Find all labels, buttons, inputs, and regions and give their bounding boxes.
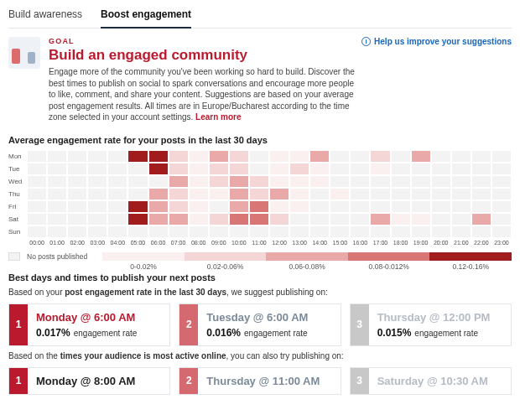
heatmap-cell[interactable]	[309, 175, 330, 188]
heatmap-cell[interactable]	[209, 213, 229, 226]
heatmap-cell[interactable]	[47, 175, 67, 188]
heatmap-cell[interactable]	[471, 175, 491, 188]
heatmap-cell[interactable]	[87, 175, 107, 188]
heatmap-cell[interactable]	[391, 175, 411, 188]
heatmap-cell[interactable]	[391, 163, 411, 175]
heatmap-cell[interactable]	[229, 188, 249, 200]
heatmap-cell[interactable]	[47, 200, 67, 213]
suggestion-card-1[interactable]: 1 Monday @ 6:00 AM 0.017%engagement rate	[8, 303, 170, 346]
heatmap-cell[interactable]	[209, 150, 229, 163]
heatmap-cell[interactable]	[249, 175, 269, 188]
heatmap-cell[interactable]	[67, 188, 87, 200]
heatmap-cell[interactable]	[67, 163, 87, 175]
heatmap-cell[interactable]	[350, 226, 370, 238]
heatmap-cell[interactable]	[431, 150, 451, 163]
heatmap-cell[interactable]	[169, 163, 189, 175]
heatmap-cell[interactable]	[107, 200, 127, 213]
heatmap-cell[interactable]	[269, 200, 289, 213]
heatmap-cell[interactable]	[451, 188, 471, 200]
heatmap-cell[interactable]	[491, 213, 512, 226]
heatmap-cell[interactable]	[229, 200, 249, 213]
heatmap-cell[interactable]	[289, 200, 309, 213]
heatmap-cell[interactable]	[289, 150, 309, 163]
heatmap-cell[interactable]	[269, 175, 289, 188]
heatmap-cell[interactable]	[209, 188, 229, 200]
heatmap-cell[interactable]	[471, 150, 491, 163]
heatmap-cell[interactable]	[47, 188, 67, 200]
heatmap-cell[interactable]	[249, 213, 269, 226]
heatmap-cell[interactable]	[189, 163, 209, 175]
heatmap-cell[interactable]	[411, 175, 431, 188]
heatmap-cell[interactable]	[491, 200, 512, 213]
heatmap-cell[interactable]	[148, 163, 169, 175]
heatmap-cell[interactable]	[370, 200, 390, 213]
heatmap-cell[interactable]	[391, 226, 411, 238]
heatmap-cell[interactable]	[209, 175, 229, 188]
heatmap-cell[interactable]	[249, 150, 269, 163]
heatmap-cell[interactable]	[107, 188, 127, 200]
heatmap-cell[interactable]	[229, 226, 249, 238]
heatmap-cell[interactable]	[169, 200, 189, 213]
heatmap-cell[interactable]	[471, 200, 491, 213]
heatmap-cell[interactable]	[107, 163, 127, 175]
heatmap-cell[interactable]	[491, 188, 512, 200]
heatmap-cell[interactable]	[370, 150, 390, 163]
heatmap-cell[interactable]	[127, 175, 148, 188]
heatmap-cell[interactable]	[127, 226, 148, 238]
heatmap-cell[interactable]	[189, 175, 209, 188]
heatmap-cell[interactable]	[471, 213, 491, 226]
heatmap-cell[interactable]	[127, 213, 148, 226]
heatmap-cell[interactable]	[350, 213, 370, 226]
heatmap-cell[interactable]	[350, 200, 370, 213]
heatmap-cell[interactable]	[67, 175, 87, 188]
heatmap-cell[interactable]	[269, 163, 289, 175]
heatmap-cell[interactable]	[249, 188, 269, 200]
heatmap-cell[interactable]	[47, 163, 67, 175]
heatmap-cell[interactable]	[269, 226, 289, 238]
heatmap-cell[interactable]	[289, 226, 309, 238]
heatmap-cell[interactable]	[209, 226, 229, 238]
heatmap-cell[interactable]	[27, 175, 47, 188]
heatmap-cell[interactable]	[87, 188, 107, 200]
heatmap-cell[interactable]	[249, 226, 269, 238]
tab-build-awareness[interactable]: Build awareness	[8, 3, 82, 28]
heatmap-cell[interactable]	[491, 163, 512, 175]
heatmap-cell[interactable]	[127, 150, 148, 163]
heatmap-cell[interactable]	[67, 200, 87, 213]
heatmap-cell[interactable]	[350, 188, 370, 200]
heatmap-cell[interactable]	[87, 163, 107, 175]
heatmap-cell[interactable]	[471, 163, 491, 175]
heatmap-cell[interactable]	[309, 213, 330, 226]
heatmap-cell[interactable]	[27, 188, 47, 200]
heatmap-cell[interactable]	[87, 213, 107, 226]
heatmap-cell[interactable]	[431, 200, 451, 213]
heatmap-cell[interactable]	[391, 213, 411, 226]
heatmap-cell[interactable]	[289, 175, 309, 188]
heatmap-cell[interactable]	[309, 188, 330, 200]
heatmap-cell[interactable]	[107, 226, 127, 238]
heatmap-cell[interactable]	[471, 226, 491, 238]
heatmap-cell[interactable]	[431, 226, 451, 238]
heatmap-cell[interactable]	[27, 163, 47, 175]
heatmap-cell[interactable]	[391, 150, 411, 163]
heatmap-cell[interactable]	[370, 188, 390, 200]
heatmap-cell[interactable]	[269, 213, 289, 226]
heatmap-cell[interactable]	[107, 175, 127, 188]
heatmap-cell[interactable]	[229, 213, 249, 226]
heatmap-cell[interactable]	[411, 188, 431, 200]
heatmap-cell[interactable]	[330, 150, 350, 163]
active-card-2[interactable]: 2 Thursday @ 11:00 AM	[179, 367, 341, 395]
heatmap-cell[interactable]	[87, 150, 107, 163]
heatmap-cell[interactable]	[87, 200, 107, 213]
heatmap-cell[interactable]	[451, 213, 471, 226]
heatmap-cell[interactable]	[289, 213, 309, 226]
heatmap-cell[interactable]	[491, 226, 512, 238]
heatmap-cell[interactable]	[169, 213, 189, 226]
heatmap-cell[interactable]	[107, 213, 127, 226]
heatmap-cell[interactable]	[309, 163, 330, 175]
heatmap-cell[interactable]	[189, 213, 209, 226]
suggestion-card-3[interactable]: 3 Thursday @ 12:00 PM 0.015%engagement r…	[350, 303, 512, 346]
heatmap-cell[interactable]	[330, 200, 350, 213]
heatmap-cell[interactable]	[27, 213, 47, 226]
active-card-3[interactable]: 3 Saturday @ 10:30 AM	[350, 367, 512, 395]
